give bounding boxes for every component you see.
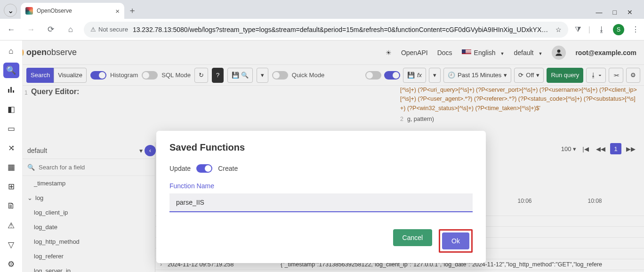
warning-icon: ⚠ xyxy=(90,26,96,33)
nav-pipelines[interactable]: ⤨ xyxy=(3,140,19,156)
browser-chrome: ⌄ OpenObserve × ＋ — □ ✕ ← → ⟳ ⌂ ⚠ Not se… xyxy=(0,0,644,40)
nav-forward-button[interactable]: → xyxy=(24,25,38,34)
browser-tab[interactable]: OpenObserve × xyxy=(21,3,124,19)
tab-close-icon[interactable]: × xyxy=(115,7,120,15)
nav-back-button[interactable]: ← xyxy=(5,25,18,34)
not-secure-label: Not secure xyxy=(98,26,128,33)
nav-dashboards[interactable]: ▦ xyxy=(3,160,19,175)
tab-search-dropdown[interactable]: ⌄ xyxy=(4,4,17,17)
cancel-button[interactable]: Cancel xyxy=(393,229,433,246)
nav-metrics[interactable] xyxy=(3,82,19,97)
tab-title: OpenObserve xyxy=(37,8,72,14)
mode-update-label: Update xyxy=(169,165,191,172)
nav-streams[interactable]: ⊞ xyxy=(3,179,19,194)
nav-home-button[interactable]: ⌂ xyxy=(64,25,77,34)
extensions-icon[interactable]: ⧩ xyxy=(575,25,581,34)
site-security-indicator[interactable]: ⚠ Not secure xyxy=(90,26,128,33)
ok-button[interactable]: Ok xyxy=(442,232,469,249)
chrome-menu-icon[interactable]: ⋮ xyxy=(632,25,639,34)
left-nav-rail: ⌂ 🔍 ◧ ▭ ⤨ ▦ ⊞ 🗎 ⚠ ▽ ⚙ xyxy=(0,40,23,272)
function-name-input[interactable] xyxy=(169,193,473,212)
downloads-icon[interactable]: ⭳ xyxy=(598,25,605,34)
nav-reports[interactable]: 🗎 xyxy=(3,198,19,214)
function-name-label: Function Name xyxy=(169,182,473,190)
mode-toggle[interactable] xyxy=(196,164,212,173)
window-close-button[interactable]: ✕ xyxy=(627,8,633,16)
ok-button-highlight: Ok xyxy=(439,229,473,253)
address-bar[interactable]: ⚠ Not secure 13.232.78.13:5080/web/logs?… xyxy=(84,22,568,38)
modal-title: Saved Functions xyxy=(169,142,473,153)
nav-traces[interactable]: ◧ xyxy=(3,102,19,117)
svg-rect-1 xyxy=(10,87,12,93)
mode-create-label: Create xyxy=(218,165,238,172)
new-tab-button[interactable]: ＋ xyxy=(128,5,137,16)
url-text: 13.232.78.13:5080/web/logs?stream_type=l… xyxy=(133,26,551,33)
saved-functions-modal: Saved Functions Update Create Function N… xyxy=(156,131,486,263)
svg-rect-2 xyxy=(13,90,14,93)
nav-functions[interactable]: ▽ xyxy=(3,237,19,253)
bookmark-star-icon[interactable]: ☆ xyxy=(555,26,562,33)
svg-rect-0 xyxy=(8,89,9,93)
nav-iam[interactable]: ⚙ xyxy=(3,256,19,272)
nav-search[interactable]: 🔍 xyxy=(3,63,19,78)
nav-home[interactable]: ⌂ xyxy=(3,43,19,59)
nav-refresh-button[interactable]: ⟳ xyxy=(44,24,57,34)
profile-avatar[interactable]: S xyxy=(613,24,624,35)
nav-alerts[interactable]: ⚠ xyxy=(3,218,19,233)
nav-rum[interactable]: ▭ xyxy=(3,121,19,136)
window-maximize-button[interactable]: □ xyxy=(613,8,617,16)
window-minimize-button[interactable]: — xyxy=(596,8,603,16)
tab-favicon xyxy=(25,7,33,15)
